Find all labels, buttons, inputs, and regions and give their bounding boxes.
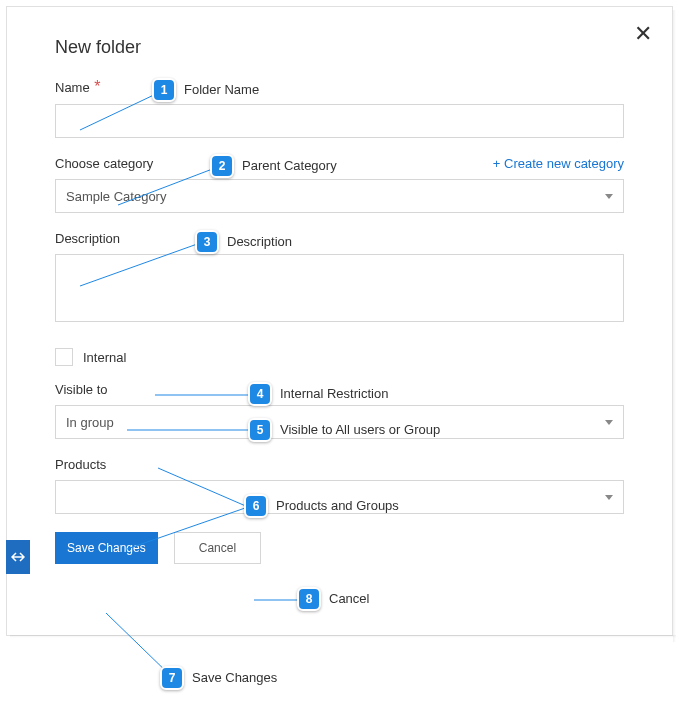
field-description: Description: [55, 231, 624, 322]
category-select[interactable]: Sample Category: [55, 179, 624, 213]
annotation-label-8: Cancel: [329, 591, 369, 606]
annotation-marker-4: 4: [248, 382, 272, 406]
annotation-marker-2: 2: [210, 154, 234, 178]
products-label: Products: [55, 457, 106, 472]
annotation-marker-6: 6: [244, 494, 268, 518]
field-internal: Internal: [55, 348, 624, 366]
field-name: Name *: [55, 78, 624, 138]
new-folder-dialog: ✕ New folder Name * Choose category + Cr…: [6, 6, 673, 636]
name-label: Name: [55, 80, 90, 95]
annotation-label-2: Parent Category: [242, 158, 337, 173]
required-asterisk: *: [94, 78, 100, 95]
internal-checkbox[interactable]: [55, 348, 73, 366]
annotation-label-5: Visible to All users or Group: [280, 422, 440, 437]
internal-label: Internal: [83, 350, 126, 365]
side-drag-handle[interactable]: [6, 540, 30, 574]
create-category-link[interactable]: + Create new category: [493, 156, 624, 171]
description-label: Description: [55, 231, 120, 246]
chevron-down-icon: [605, 495, 613, 500]
annotation-marker-7: 7: [160, 666, 184, 690]
chevron-down-icon: [605, 420, 613, 425]
annotation-label-3: Description: [227, 234, 292, 249]
category-value: Sample Category: [66, 189, 166, 204]
annotation-marker-8: 8: [297, 587, 321, 611]
annotation-marker-1: 1: [152, 78, 176, 102]
field-category: Choose category + Create new category Sa…: [55, 156, 624, 213]
annotation-label-4: Internal Restriction: [280, 386, 388, 401]
annotation-label-1: Folder Name: [184, 82, 259, 97]
description-input[interactable]: [55, 254, 624, 322]
visible-label: Visible to: [55, 382, 108, 397]
visible-value: In group: [66, 415, 114, 430]
annotation-label-6: Products and Groups: [276, 498, 399, 513]
save-button[interactable]: Save Changes: [55, 532, 158, 564]
annotation-marker-5: 5: [248, 418, 272, 442]
annotation-marker-3: 3: [195, 230, 219, 254]
dialog-title: New folder: [55, 37, 624, 58]
annotation-label-7: Save Changes: [192, 670, 277, 685]
button-row: Save Changes Cancel: [55, 532, 624, 564]
chevron-down-icon: [605, 194, 613, 199]
cancel-button[interactable]: Cancel: [174, 532, 261, 564]
category-label: Choose category: [55, 156, 153, 171]
name-input[interactable]: [55, 104, 624, 138]
